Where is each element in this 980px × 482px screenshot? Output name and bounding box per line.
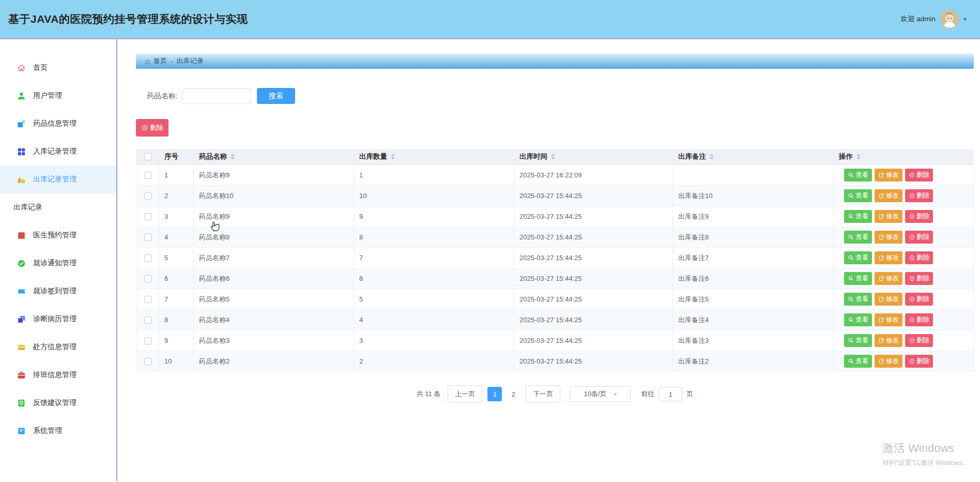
column-header-操作[interactable]: 操作 — [834, 149, 974, 164]
sort-carets-icon[interactable] — [551, 154, 555, 160]
sidebar-item-出库记录管理[interactable]: 出库记录管理 — [0, 165, 116, 193]
view-row-button[interactable]: 查看 — [844, 355, 872, 368]
outbound-time-cell: 2025-03-27 15:44:25 — [514, 227, 673, 247]
chevron-down-icon: ▾ — [963, 16, 967, 22]
row-checkbox-cell — [136, 248, 159, 268]
row-checkbox[interactable] — [144, 337, 151, 344]
row-checkbox[interactable] — [144, 234, 151, 241]
medicine-name-input[interactable] — [182, 88, 251, 104]
delete-row-button[interactable]: 删除 — [905, 251, 933, 264]
sort-carets-icon[interactable] — [856, 154, 861, 160]
page-number-1[interactable]: 1 — [487, 387, 502, 401]
row-index: 10 — [159, 351, 194, 371]
delete-row-button[interactable]: 删除 — [905, 293, 933, 306]
row-checkbox-cell — [136, 206, 159, 227]
row-actions-cell: 查看修改删除 — [834, 310, 974, 330]
delete-row-button[interactable]: 删除 — [905, 355, 933, 368]
delete-row-button[interactable]: 删除 — [905, 313, 933, 326]
sidebar-item-用户管理[interactable]: 用户管理 — [0, 82, 116, 110]
outbound-remark-cell: 出库备注6 — [673, 268, 834, 289]
edit-row-button[interactable]: 修改 — [875, 355, 902, 368]
delete-icon — [909, 234, 915, 240]
delete-row-button[interactable]: 删除 — [905, 169, 933, 182]
delete-row-button[interactable]: 删除 — [905, 210, 933, 223]
row-checkbox[interactable] — [144, 213, 151, 220]
sidebar-item-就诊通知管理[interactable]: 就诊通知管理 — [0, 249, 116, 277]
sidebar-item-入库记录管理[interactable]: 入库记录管理 — [0, 138, 116, 165]
sidebar-item-反馈建议管理[interactable]: 反馈建议管理 — [0, 389, 116, 417]
delete-row-button[interactable]: 删除 — [905, 189, 933, 202]
sidebar-subitem-出库记录[interactable]: 出库记录 — [0, 193, 116, 221]
column-header-药品名称[interactable]: 药品名称 — [194, 149, 354, 164]
edit-row-button[interactable]: 修改 — [875, 251, 902, 264]
view-row-button[interactable]: 查看 — [844, 293, 872, 306]
page-size-select[interactable]: 10条/页 ▾ — [570, 386, 631, 402]
sidebar-item-label: 排班信息管理 — [33, 370, 76, 380]
delete-row-button[interactable]: 删除 — [905, 272, 933, 285]
view-row-button[interactable]: 查看 — [844, 251, 872, 264]
delete-row-button[interactable]: 删除 — [905, 231, 933, 244]
table-row: 3药品名称992025-03-27 15:44:25出库备注9查看修改删除 — [136, 206, 974, 227]
sort-carets-icon[interactable] — [391, 154, 395, 160]
sidebar-item-药品信息管理[interactable]: 药品信息管理 — [0, 110, 116, 138]
search-button[interactable]: 搜索 — [257, 88, 295, 104]
column-header-出库时间[interactable]: 出库时间 — [514, 149, 673, 164]
edit-row-button[interactable]: 修改 — [875, 334, 902, 347]
chevron-down-icon: ▾ — [614, 391, 617, 397]
row-checkbox[interactable] — [144, 317, 151, 324]
avatar[interactable] — [940, 10, 959, 28]
user-menu[interactable]: 欢迎 admin ▾ — [900, 10, 967, 28]
edit-row-button[interactable]: 修改 — [875, 189, 902, 202]
column-header-出库数量[interactable]: 出库数量 — [354, 149, 514, 164]
edit-row-button[interactable]: 修改 — [875, 272, 902, 285]
column-header-出库备注[interactable]: 出库备注 — [673, 149, 834, 164]
view-icon — [848, 317, 854, 323]
next-page-button[interactable]: 下一页 — [526, 385, 560, 403]
outbound-time-cell: 2025-03-27 15:44:25 — [514, 351, 673, 371]
row-checkbox[interactable] — [144, 275, 151, 282]
edit-row-button[interactable]: 修改 — [875, 313, 902, 326]
row-checkbox[interactable] — [144, 254, 151, 262]
select-all-cell[interactable] — [136, 149, 159, 164]
sidebar-item-诊断病历管理[interactable]: 诊断病历管理 — [0, 305, 116, 333]
view-row-button[interactable]: 查看 — [844, 313, 872, 326]
select-all-checkbox[interactable] — [144, 153, 151, 160]
prev-page-button[interactable]: 上一页 — [448, 385, 482, 403]
edit-row-button[interactable]: 修改 — [875, 293, 902, 306]
row-checkbox[interactable] — [144, 172, 151, 179]
outbound-remark-cell: 出库备注2 — [673, 351, 834, 371]
edit-row-button[interactable]: 修改 — [875, 169, 902, 182]
goto-page-input[interactable] — [659, 387, 682, 401]
sidebar-item-系统管理[interactable]: 系统管理 — [0, 417, 116, 445]
row-checkbox[interactable] — [144, 358, 151, 365]
view-row-button[interactable]: 查看 — [844, 169, 872, 182]
row-checkbox[interactable] — [144, 296, 151, 303]
sort-carets-icon[interactable] — [710, 154, 714, 160]
outbound-qty-cell: 3 — [354, 330, 514, 351]
row-checkbox[interactable] — [144, 192, 151, 200]
sidebar-item-排班信息管理[interactable]: 排班信息管理 — [0, 361, 116, 389]
table-row: 7药品名称552025-03-27 15:44:25出库备注5查看修改删除 — [136, 289, 974, 310]
view-row-button[interactable]: 查看 — [844, 272, 872, 285]
medicine-name-cell: 药品名称6 — [194, 268, 354, 289]
sidebar-item-就诊签到管理[interactable]: 就诊签到管理 — [0, 277, 116, 305]
view-row-button[interactable]: 查看 — [844, 231, 872, 244]
edit-row-button[interactable]: 修改 — [875, 210, 902, 223]
batch-delete-button[interactable]: 删除 — [136, 119, 169, 137]
breadcrumb-home[interactable]: 首页 — [154, 56, 167, 66]
delete-row-button[interactable]: 删除 — [905, 334, 933, 347]
view-row-button[interactable]: 查看 — [844, 210, 872, 223]
sort-carets-icon[interactable] — [231, 154, 235, 160]
table-header-row: 序号药品名称出库数量出库时间出库备注操作 — [136, 149, 974, 165]
medicine-info-icon — [17, 119, 26, 129]
view-row-button[interactable]: 查看 — [844, 189, 872, 202]
edit-row-button[interactable]: 修改 — [875, 231, 902, 244]
search-bar: 药品名称: 搜索 — [136, 88, 980, 104]
sidebar-item-医生预约管理[interactable]: 医生预约管理 — [0, 221, 116, 249]
view-row-button[interactable]: 查看 — [844, 334, 872, 347]
row-actions-cell: 查看修改删除 — [834, 186, 974, 206]
table-row: 1药品名称912025-03-27 16:22:09查看修改删除 — [136, 165, 974, 186]
page-number-2[interactable]: 2 — [506, 387, 520, 401]
sidebar-item-处方信息管理[interactable]: 处方信息管理 — [0, 333, 116, 361]
sidebar-item-首页[interactable]: 首页 — [0, 54, 116, 82]
